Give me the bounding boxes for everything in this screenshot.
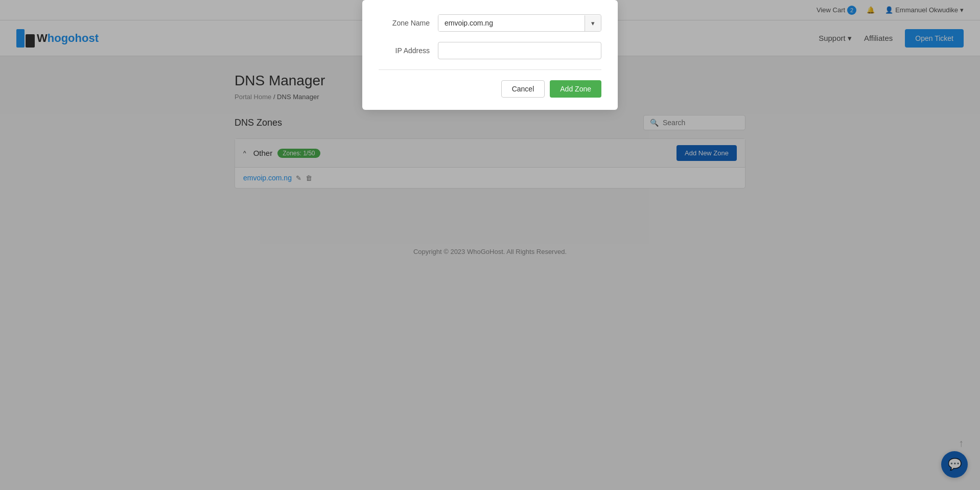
zone-name-dropdown-arrow[interactable]: ▾ bbox=[585, 15, 601, 31]
zone-name-input[interactable] bbox=[438, 15, 585, 31]
zone-name-input-wrapper: ▾ bbox=[438, 14, 601, 32]
modal-actions: Cancel Add Zone bbox=[379, 80, 601, 98]
zone-name-field: Zone Name ▾ bbox=[379, 14, 601, 32]
modal-divider bbox=[379, 69, 601, 70]
ip-address-label: IP Address bbox=[379, 46, 430, 55]
add-zone-modal: Zone Name ▾ IP Address Cancel Add Zone bbox=[362, 0, 618, 110]
cancel-button[interactable]: Cancel bbox=[501, 80, 545, 98]
ip-address-field: IP Address bbox=[379, 42, 601, 59]
add-zone-button[interactable]: Add Zone bbox=[550, 80, 601, 98]
modal-overlay: Zone Name ▾ IP Address Cancel Add Zone bbox=[0, 0, 980, 490]
zone-name-label: Zone Name bbox=[379, 19, 430, 27]
ip-address-input[interactable] bbox=[438, 42, 601, 59]
